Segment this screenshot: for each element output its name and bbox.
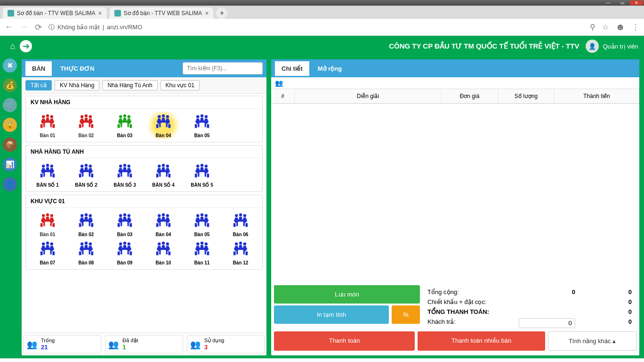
search-icon[interactable]: ⚲ xyxy=(590,23,596,32)
table-cell[interactable]: Bàn 06 xyxy=(222,211,259,238)
group-icon[interactable]: 👥 xyxy=(275,79,283,87)
svg-rect-237 xyxy=(239,245,242,248)
table-cell[interactable]: BÀN SỐ 1 xyxy=(29,161,66,189)
user-menu[interactable]: 👤 Quản trị viên xyxy=(586,40,638,53)
table-cell[interactable]: Bàn 02 xyxy=(67,211,105,238)
svg-point-122 xyxy=(85,214,88,216)
svg-rect-153 xyxy=(166,222,168,226)
svg-rect-216 xyxy=(156,251,159,255)
table-cell[interactable]: Bàn 11 xyxy=(183,239,221,266)
table-cell[interactable]: Bàn 12 xyxy=(222,239,259,266)
svg-rect-194 xyxy=(79,251,81,255)
save-items-button[interactable]: Lưu món xyxy=(274,285,420,304)
svg-rect-73 xyxy=(79,173,81,177)
customer-pay-input[interactable] xyxy=(519,318,575,328)
table-cell[interactable]: Bàn 05 xyxy=(183,112,221,139)
sidebar-cart-icon[interactable]: 🛒 xyxy=(3,98,17,112)
nav-reload-icon[interactable]: ⟳ xyxy=(35,22,42,33)
table-people-icon xyxy=(67,162,105,181)
sidebar-bag-icon[interactable]: 🔒 xyxy=(3,118,17,132)
svg-point-1 xyxy=(46,115,49,117)
svg-point-220 xyxy=(196,242,199,245)
nav-back-icon[interactable]: ← xyxy=(5,22,13,32)
table-label: Bàn 07 xyxy=(29,260,66,265)
table-cell[interactable]: Bàn 04 xyxy=(145,112,182,139)
table-cell[interactable]: Bàn 02 xyxy=(67,112,105,139)
table-cell[interactable]: BÀN SỐ 5 xyxy=(183,161,221,189)
left-tabs: BÀN THỰC ĐƠN xyxy=(22,59,266,77)
svg-rect-61 xyxy=(46,167,49,170)
app-header: ⌂ ➔ CÔNG TY CP ĐẦU TƯ TM QUỐC TẾ TUỔI TR… xyxy=(0,36,644,57)
svg-rect-226 xyxy=(201,245,203,248)
table-cell[interactable]: Bàn 04 xyxy=(145,211,182,238)
pay-button[interactable]: Thanh toán xyxy=(274,331,415,351)
tab-ban[interactable]: BÀN xyxy=(25,61,52,76)
star-icon[interactable]: ☆ xyxy=(602,23,609,32)
filter-chip[interactable]: Nhà Hàng Tú Anh xyxy=(102,80,157,90)
profile-icon[interactable]: ☻ xyxy=(615,22,625,33)
table-cell[interactable]: Bàn 07 xyxy=(29,239,66,266)
svg-point-123 xyxy=(89,214,92,217)
svg-rect-195 xyxy=(91,251,93,255)
svg-rect-64 xyxy=(43,172,45,177)
table-people-icon xyxy=(183,113,221,132)
sidebar-user-icon[interactable]: 👤 xyxy=(3,177,17,191)
table-people-icon xyxy=(29,212,66,231)
more-features-button[interactable]: Tính năng khác ▴ xyxy=(548,331,636,351)
table-label: Bàn 12 xyxy=(222,260,259,265)
tab-morong[interactable]: Mở rộng xyxy=(311,61,348,76)
table-cell[interactable]: Bàn 03 xyxy=(106,211,144,238)
print-temp-button[interactable]: In tạm tính xyxy=(274,305,389,324)
sidebar-money-icon[interactable]: 💰 xyxy=(3,78,17,92)
svg-point-154 xyxy=(196,214,199,217)
new-tab-button[interactable]: + xyxy=(216,8,227,19)
table-cell[interactable]: BÀN SỐ 2 xyxy=(67,161,105,189)
filter-chip[interactable]: Tất cả xyxy=(25,80,52,90)
table-people-icon xyxy=(67,113,105,132)
right-tabs: Chi tiết Mở rộng xyxy=(271,59,639,77)
search-input[interactable] xyxy=(183,62,263,74)
percent-button[interactable]: % xyxy=(392,305,420,324)
table-cell[interactable]: Bàn 08 xyxy=(67,239,105,266)
url-field[interactable]: ⓘ Không bảo mật | anzi.vn/RMO xyxy=(48,23,583,32)
table-cell[interactable]: Bàn 09 xyxy=(106,239,144,266)
table-cell[interactable]: Bàn 03 xyxy=(106,112,144,139)
svg-rect-193 xyxy=(85,245,88,248)
tab-thucdon[interactable]: THỰC ĐƠN xyxy=(54,61,101,76)
svg-rect-109 xyxy=(205,172,206,177)
tab-close-icon[interactable]: × xyxy=(98,9,102,17)
table-cell[interactable]: Bàn 05 xyxy=(183,211,221,238)
sidebar-box-icon[interactable]: 📦 xyxy=(3,138,17,152)
svg-rect-140 xyxy=(129,223,132,227)
filter-chip[interactable]: Khu vực 01 xyxy=(161,80,200,90)
forward-icon[interactable]: ➔ xyxy=(20,40,32,52)
table-cell[interactable]: BÀN SỐ 4 xyxy=(145,161,182,189)
tab-close-icon[interactable]: × xyxy=(205,9,209,17)
table-cell[interactable]: Bàn 01 xyxy=(29,112,66,139)
table-cell[interactable]: Bàn 10 xyxy=(145,239,182,266)
svg-rect-152 xyxy=(159,222,161,226)
table-cell[interactable]: BÀN SỐ 3 xyxy=(106,161,144,189)
svg-rect-52 xyxy=(207,124,209,128)
svg-rect-120 xyxy=(50,222,52,226)
svg-rect-107 xyxy=(207,173,209,177)
sidebar-tools-icon[interactable]: ✖ xyxy=(3,58,17,73)
filter-chip[interactable]: KV Nhà Hàng xyxy=(55,80,99,90)
svg-rect-9 xyxy=(43,123,45,127)
window-maximize[interactable]: ▭ xyxy=(616,0,629,5)
menu-icon[interactable]: ⋮ xyxy=(632,23,639,32)
browser-tab-2[interactable]: Sơ đồ bàn - TTV WEB SALIMA × xyxy=(110,8,214,19)
browser-tab-1[interactable]: Sơ đồ bàn - TTV WEB SALIMA × xyxy=(3,8,107,19)
svg-point-134 xyxy=(128,214,130,217)
svg-point-24 xyxy=(128,115,130,118)
nav-forward-icon[interactable]: → xyxy=(20,22,28,32)
table-cell[interactable]: Bàn 01 xyxy=(29,211,66,238)
table-people-icon xyxy=(145,212,182,231)
tab-chitiet[interactable]: Chi tiết xyxy=(275,61,309,76)
home-icon[interactable]: ⌂ xyxy=(6,39,20,53)
sidebar-chart-icon[interactable]: 📊 xyxy=(3,157,17,172)
pay-multi-button[interactable]: Thanh toán nhiều bàn xyxy=(418,331,545,351)
svg-rect-131 xyxy=(89,222,90,226)
window-minimize[interactable]: — xyxy=(602,0,615,5)
window-close[interactable]: ✕ xyxy=(630,0,643,5)
